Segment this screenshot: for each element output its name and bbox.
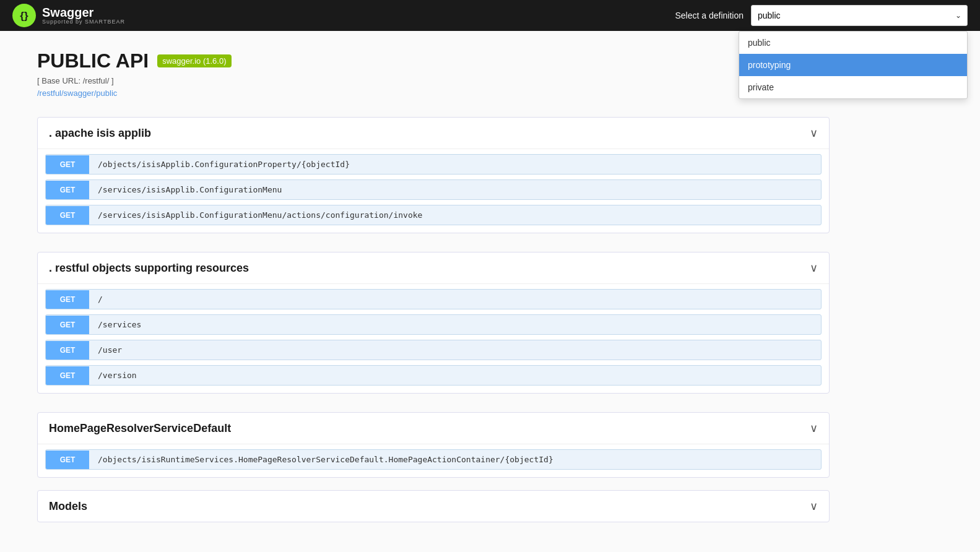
- select-definition-label: Select a definition: [675, 11, 744, 20]
- api-row-1-2[interactable]: GET /user: [45, 340, 822, 360]
- api-title: PUBLIC API: [37, 50, 149, 72]
- section-chevron-restful-objects: ∨: [810, 261, 818, 275]
- definition-select[interactable]: public prototyping private: [751, 5, 968, 26]
- swagger-name-text: Swagger: [42, 6, 125, 19]
- api-path-1-3: /version: [89, 366, 145, 385]
- version-badge: swagger.io (1.6.0): [157, 54, 231, 67]
- section-header-restful-objects[interactable]: . restful objects supporting resources ∨: [38, 252, 829, 284]
- method-badge-get: GET: [46, 206, 89, 225]
- api-path-2-0: /objects/isisRuntimeServices.HomePageRes…: [89, 450, 562, 469]
- api-row-0-0[interactable]: GET /objects/isisApplib.ConfigurationPro…: [45, 154, 822, 175]
- section-apache-isis-applib: . apache isis applib ∨ GET /objects/isis…: [37, 117, 830, 233]
- api-path-1-0: /: [89, 290, 111, 309]
- section-header-homepage-resolver[interactable]: HomePageResolverServiceDefault ∨: [38, 413, 829, 444]
- api-path-1-2: /user: [89, 340, 131, 360]
- dropdown-option-prototyping[interactable]: prototyping: [739, 54, 967, 76]
- api-row-2-0[interactable]: GET /objects/isisRuntimeServices.HomePag…: [45, 449, 822, 470]
- method-badge-get: GET: [46, 341, 89, 360]
- method-badge-get: GET: [46, 155, 89, 174]
- swagger-title: Swagger Supported by SMARTBEAR: [42, 6, 125, 25]
- api-path-0-0: /objects/isisApplib.ConfigurationPropert…: [89, 155, 358, 174]
- method-badge-get: GET: [46, 366, 89, 385]
- definition-dropdown-menu: public prototyping private: [739, 31, 968, 99]
- section-title-apache-isis-applib: . apache isis applib: [49, 127, 151, 140]
- swagger-link[interactable]: /restful/swagger/public: [37, 88, 117, 98]
- section-header-apache-isis-applib[interactable]: . apache isis applib ∨: [38, 118, 829, 149]
- method-badge-get: GET: [46, 316, 89, 334]
- models-chevron-icon: ∨: [810, 499, 818, 513]
- method-badge-get: GET: [46, 181, 89, 199]
- section-chevron-homepage-resolver: ∨: [810, 421, 818, 435]
- api-path-0-1: /services/isisApplib.ConfigurationMenu: [89, 180, 290, 199]
- api-path-1-1: /services: [89, 315, 150, 334]
- header-right: Select a definition public prototyping p…: [675, 5, 968, 26]
- api-row-0-1[interactable]: GET /services/isisApplib.ConfigurationMe…: [45, 179, 822, 200]
- models-section: Models ∨: [37, 490, 830, 522]
- section-restful-objects: . restful objects supporting resources ∨…: [37, 252, 830, 394]
- method-badge-get: GET: [46, 451, 89, 469]
- swagger-logo-icon: {}: [12, 4, 36, 27]
- section-chevron-apache-isis-applib: ∨: [810, 126, 818, 140]
- dropdown-option-private[interactable]: private: [739, 76, 967, 98]
- base-url: [ Base URL: /restful/ ]: [37, 76, 830, 85]
- api-row-1-1[interactable]: GET /services: [45, 314, 822, 335]
- section-homepage-resolver: HomePageResolverServiceDefault ∨ GET /ob…: [37, 412, 830, 478]
- section-title-restful-objects: . restful objects supporting resources: [49, 262, 249, 275]
- svg-text:{}: {}: [20, 10, 28, 22]
- dropdown-option-public[interactable]: public: [739, 32, 967, 54]
- models-title: Models: [49, 500, 87, 513]
- api-path-0-2: /services/isisApplib.ConfigurationMenu/a…: [89, 205, 431, 225]
- api-title-row: PUBLIC API swagger.io (1.6.0): [37, 50, 830, 72]
- main-content: PUBLIC API swagger.io (1.6.0) [ Base URL…: [0, 31, 867, 541]
- api-row-1-0[interactable]: GET /: [45, 289, 822, 309]
- swagger-sub-text: Supported by SMARTBEAR: [42, 19, 125, 25]
- definition-select-wrapper: public prototyping private ⌄: [751, 5, 968, 26]
- api-row-0-2[interactable]: GET /services/isisApplib.ConfigurationMe…: [45, 205, 822, 225]
- models-section-header[interactable]: Models ∨: [38, 491, 829, 522]
- logo-area: {} Swagger Supported by SMARTBEAR: [12, 4, 125, 27]
- section-title-homepage-resolver: HomePageResolverServiceDefault: [49, 422, 231, 435]
- app-header: {} Swagger Supported by SMARTBEAR Select…: [0, 0, 980, 31]
- api-row-1-3[interactable]: GET /version: [45, 365, 822, 386]
- method-badge-get: GET: [46, 290, 89, 309]
